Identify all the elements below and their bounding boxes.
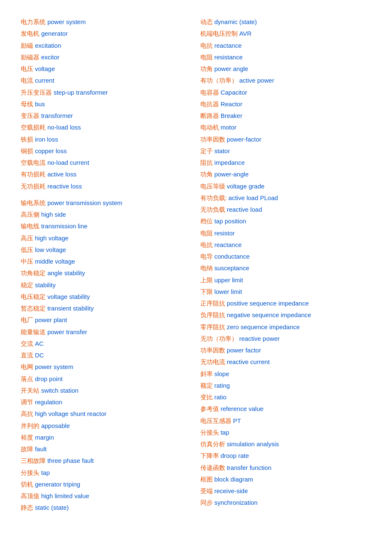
term-item: 高压侧 high side — [21, 209, 192, 220]
term-chinese: 定子 — [200, 147, 213, 154]
term-english: static (state) — [35, 504, 69, 511]
term-english: motor — [221, 124, 236, 131]
term-chinese: 受端 — [200, 487, 213, 494]
term-item: 发电机 generator — [21, 28, 192, 39]
term-english: transmission line — [41, 222, 88, 230]
term-english: power factor — [227, 347, 261, 354]
term-chinese: 下限 — [200, 288, 213, 295]
term-chinese: 高顶值 — [21, 492, 39, 499]
term-chinese: 有功（功率） — [200, 77, 238, 84]
term-chinese: 有功损耗 — [21, 171, 46, 178]
term-item: 变压器 transformer — [21, 110, 192, 121]
term-chinese: 功率因数 — [200, 136, 225, 143]
term-english: bus — [35, 100, 45, 108]
term-chinese: 正序阻抗 — [200, 300, 225, 307]
term-english: impedance — [214, 159, 245, 166]
term-item: 功率因数 power factor — [200, 345, 372, 356]
term-item: 无功（功率） reactive power — [200, 333, 372, 344]
term-english: upper limit — [214, 276, 243, 284]
term-item: 有功负载: active load PLoad — [200, 193, 372, 203]
term-english: Capacitor — [221, 89, 247, 96]
term-chinese: 升压变压器 — [21, 89, 52, 96]
term-english: lower limit — [214, 288, 242, 295]
term-english: power-factor — [227, 136, 261, 143]
term-item: 低压 low voltage — [21, 244, 192, 255]
term-chinese: 上限 — [200, 276, 213, 284]
term-chinese: 电压 — [21, 65, 33, 72]
term-english: three phase fault — [47, 457, 94, 464]
term-english: current — [35, 77, 54, 84]
term-item: 无功损耗 reactive loss — [21, 181, 192, 192]
term-english: conductance — [214, 253, 250, 260]
term-item: 断路器 Breaker — [200, 110, 372, 121]
term-item: 落点 drop point — [21, 374, 192, 384]
term-english: generator triping — [35, 481, 80, 488]
term-chinese: 高压侧 — [21, 211, 39, 218]
term-item: 稳定 stability — [21, 280, 192, 291]
term-item: 功率因数 power-factor — [200, 134, 372, 145]
term-chinese: 裕度 — [21, 434, 33, 441]
term-chinese: 交流 — [21, 340, 33, 347]
right-column: 动态 dynamic (state)机端电压控制 AVR电抗 reactance… — [200, 17, 372, 513]
term-english: middle voltage — [35, 258, 75, 265]
term-item: 零序阻抗 zero sequence impedance — [200, 322, 372, 333]
term-english: generator — [41, 30, 68, 37]
term-item: 无功电流 reactive current — [200, 357, 372, 367]
term-item: 励磁器 excitor — [21, 52, 192, 63]
term-item: 铜损 copper loss — [21, 146, 192, 156]
term-chinese: 斜率 — [200, 370, 213, 377]
term-chinese: 发电机 — [21, 30, 39, 37]
term-item: 仿真分析 simulation analysis — [200, 439, 372, 450]
term-item: 电动机 motor — [200, 122, 372, 133]
term-english: high voltage — [35, 235, 68, 242]
term-item: 开关站 switch station — [21, 385, 192, 396]
term-english: power angle — [214, 65, 248, 72]
term-item: 电流 current — [21, 75, 192, 86]
term-item: 电压稳定 voltage stability — [21, 291, 192, 302]
term-chinese: 功角 — [200, 171, 213, 178]
left-column: 电力系统 power system发电机 generator励磁 excitat… — [21, 17, 192, 513]
term-item: 裕度 margin — [21, 432, 192, 443]
term-chinese: 电抗器 — [200, 100, 219, 108]
term-item: 故障 fault — [21, 444, 192, 455]
term-chinese: 档位 — [200, 218, 213, 225]
term-english: ratio — [214, 394, 226, 401]
term-english: voltage stability — [47, 293, 90, 300]
term-english: step-up transformer — [54, 89, 108, 96]
term-english: reactance — [214, 241, 242, 248]
term-item: 无功负载 reactive load — [200, 204, 372, 215]
term-item: 电力系统 power system — [21, 17, 192, 27]
term-chinese: 低压 — [21, 246, 33, 253]
term-english: margin — [35, 434, 54, 441]
term-chinese: 机端电压控制 — [200, 30, 238, 37]
term-english: tap — [221, 429, 229, 436]
term-chinese: 额定 — [200, 382, 213, 389]
term-english: low voltage — [35, 246, 66, 253]
spacer — [21, 193, 192, 197]
term-english: active power — [239, 77, 274, 84]
term-chinese: 参考值 — [200, 405, 219, 412]
term-chinese: 变比 — [200, 394, 213, 401]
term-english: high side — [41, 211, 66, 218]
term-english: rating — [214, 382, 230, 389]
term-english: regulation — [35, 399, 62, 406]
term-chinese: 励磁 — [21, 42, 33, 49]
term-english: power transfer — [47, 328, 87, 335]
term-item: 电容器 Capacitor — [200, 87, 372, 98]
term-chinese: 断路器 — [200, 112, 219, 119]
term-english: power-angle — [214, 171, 249, 178]
term-item: 交流 AC — [21, 338, 192, 349]
term-item: 分接头 tap — [21, 467, 192, 478]
term-chinese: 调节 — [21, 399, 33, 406]
term-chinese: 母线 — [21, 100, 33, 108]
term-item: 能量输送 power transfer — [21, 327, 192, 337]
term-chinese: 落点 — [21, 375, 33, 382]
term-english: no-load loss — [47, 124, 81, 131]
term-english: AVR — [239, 30, 252, 37]
term-chinese: 仿真分析 — [200, 440, 225, 447]
term-chinese: 故障 — [21, 445, 33, 452]
term-english: dynamic (state) — [214, 18, 257, 25]
term-item: 电抗 reactance — [200, 40, 372, 51]
term-chinese: 无功（功率） — [200, 335, 238, 342]
term-chinese: 电压等级 — [200, 183, 225, 190]
